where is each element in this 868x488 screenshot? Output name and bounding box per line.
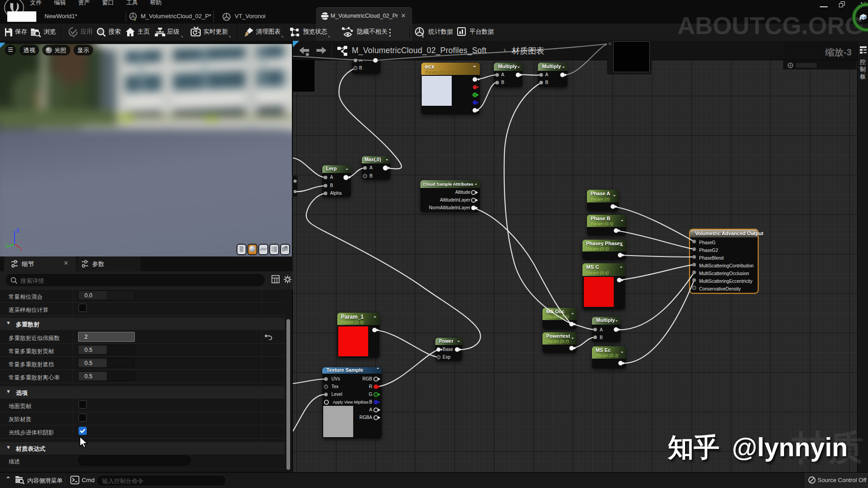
- svg-text:y: y: [5, 242, 8, 246]
- svg-text:x: x: [134, 18, 136, 21]
- svg-text:i: i: [422, 33, 424, 39]
- svg-text:x: x: [20, 247, 22, 251]
- svg-text:Z: Z: [16, 228, 20, 233]
